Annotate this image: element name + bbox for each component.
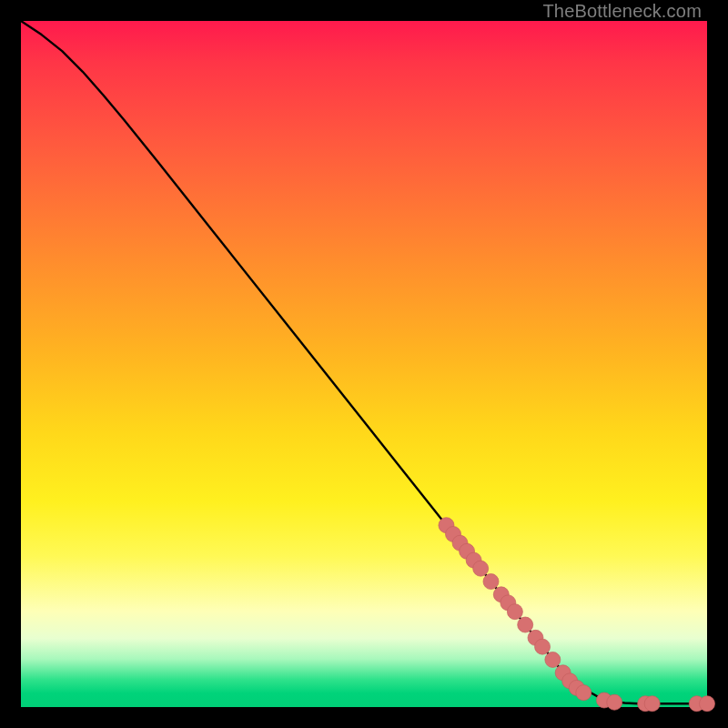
line-series bbox=[21, 21, 707, 703]
marker-group bbox=[439, 518, 715, 712]
chart-svg bbox=[21, 21, 707, 707]
data-point-marker bbox=[545, 652, 561, 667]
data-point-marker bbox=[576, 685, 592, 701]
data-point-marker bbox=[507, 604, 522, 620]
data-point-marker bbox=[483, 574, 499, 590]
data-point-marker bbox=[535, 639, 551, 654]
watermark-text: TheBottleneck.com bbox=[542, 1, 702, 22]
data-point-marker bbox=[473, 561, 489, 576]
data-point-marker bbox=[518, 617, 533, 632]
data-point-marker bbox=[607, 694, 622, 710]
plot-area: TheBottleneck.com bbox=[21, 21, 707, 707]
data-point-marker bbox=[700, 696, 715, 712]
data-point-marker bbox=[644, 696, 660, 712]
